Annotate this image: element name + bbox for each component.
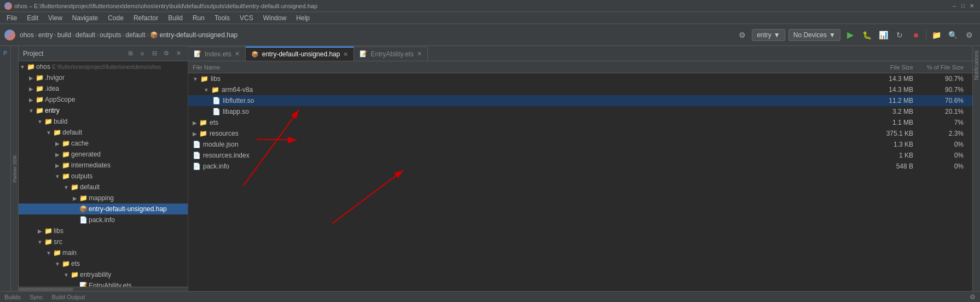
menu-refactor[interactable]: Refactor <box>129 13 163 23</box>
tree-item-entryability[interactable]: ▼ 📁 entryability <box>19 269 188 280</box>
file-row-libapp[interactable]: 📄 libapp.so 3.2 MB 20.1% <box>188 106 972 117</box>
file-row-resources-index-name: 📄 resources.index <box>193 152 859 159</box>
breadcrumb-default[interactable]: default <box>76 31 95 39</box>
tree-item-entry[interactable]: ▼ 📁 entry <box>19 105 188 116</box>
tree-scrollbar[interactable] <box>19 287 188 291</box>
tree-item-src[interactable]: ▼ 📁 src <box>19 236 188 247</box>
tree-item-build-default[interactable]: ▼ 📁 default <box>19 127 188 138</box>
menu-vcs[interactable]: VCS <box>235 13 258 23</box>
panel-close-button[interactable]: ✕ <box>173 49 183 59</box>
no-devices-dropdown[interactable]: No Devices ▼ <box>788 29 840 41</box>
file-row-module-json[interactable]: 📄 module.json 1.3 KB 0% <box>188 139 972 150</box>
tab-entryability[interactable]: 📝 EntryAbility.ets ✕ <box>354 47 427 61</box>
tree-item-cache[interactable]: ▶ 📁 cache <box>19 138 188 149</box>
partner-sdk-sidebar: Partner SDK <box>11 46 19 291</box>
file-row-pack-info[interactable]: 📄 pack.info 548 B 0% <box>188 161 972 172</box>
menu-edit[interactable]: Edit <box>22 13 43 23</box>
menu-code[interactable]: Code <box>103 13 128 23</box>
panel-settings-button[interactable]: ⚙ <box>161 49 171 59</box>
tree-item-mapping[interactable]: ▶ 📁 mapping <box>19 193 188 204</box>
entry-dropdown[interactable]: entry ▼ <box>752 29 785 41</box>
more-button[interactable]: ⚙ <box>962 28 976 42</box>
bottom-builds[interactable]: Builds <box>4 294 21 300</box>
close-button[interactable]: ✕ <box>968 2 976 10</box>
bottom-settings-icon[interactable]: ⚙ <box>970 293 976 301</box>
breadcrumb-file[interactable]: 📦entry-default-unsigned.hap <box>150 31 238 39</box>
tree-label-intermediates: intermediates <box>71 161 111 169</box>
panel-sort-button[interactable]: ≡ <box>137 49 147 59</box>
file-row-ets-percent: 7% <box>913 119 968 126</box>
restore-button[interactable]: □ <box>959 2 967 10</box>
search-button[interactable]: 🔍 <box>946 28 959 42</box>
sidebar-tab-project[interactable]: P <box>1 48 10 58</box>
tab-index-ets[interactable]: 📝 Index.ets ✕ <box>188 47 246 61</box>
tree-item-libs[interactable]: ▶ 📁 libs <box>19 225 188 236</box>
breadcrumb-outputs[interactable]: outputs <box>100 31 121 39</box>
tree-item-build[interactable]: ▼ 📁 build <box>19 116 188 127</box>
file-row-resources-index[interactable]: 📄 resources.index 1 KB 0% <box>188 150 972 161</box>
file-row-libs[interactable]: ▼ 📁 libs 14.3 MB 90.7% <box>188 73 972 84</box>
settings-icon[interactable]: ⚙ <box>735 28 749 42</box>
debug-button[interactable]: 🐛 <box>860 28 873 42</box>
panel-scope-button[interactable]: ⊞ <box>125 49 135 59</box>
menu-build[interactable]: Build <box>164 13 187 23</box>
tree-item-packinfo[interactable]: 📄 pack.info <box>19 214 188 225</box>
file-row-resources-index-percent: 0% <box>913 152 968 159</box>
tab-hap[interactable]: 📦 entry-default-unsigned.hap ✕ <box>246 47 355 61</box>
tree-label-appscope: AppScope <box>45 96 75 103</box>
menu-navigate[interactable]: Navigate <box>68 13 102 23</box>
tab-index-ets-close[interactable]: ✕ <box>235 50 240 57</box>
tab-hap-icon: 📦 <box>251 51 259 58</box>
run-button[interactable]: ▶ <box>844 28 857 42</box>
file-row-libflutter-size: 11.2 MB <box>859 97 913 104</box>
tab-hap-close[interactable]: ✕ <box>343 51 348 58</box>
file-row-libflutter-name: 📄 libflutter.so <box>193 97 859 104</box>
menu-help[interactable]: Help <box>292 13 314 23</box>
stop-button[interactable]: ■ <box>909 28 923 42</box>
menu-file[interactable]: File <box>2 13 21 23</box>
tree-item-intermediates[interactable]: ▶ 📁 intermediates <box>19 160 188 171</box>
title-bar: ohos – E:\fluttertonextproject\flutterto… <box>0 0 980 12</box>
tab-entryability-icon: 📝 <box>359 50 367 57</box>
tree-item-outputs[interactable]: ▼ 📁 outputs <box>19 171 188 182</box>
file-row-libflutter[interactable]: 📄 libflutter.so 11.2 MB 70.6% <box>188 95 972 106</box>
menu-tools[interactable]: Tools <box>210 13 234 23</box>
reload-button[interactable]: ↻ <box>893 28 906 42</box>
profile-button[interactable]: 📊 <box>877 28 890 42</box>
tree-item-ohos[interactable]: ▼ 📁 ohos E:\fluttertonextproject\flutter… <box>19 61 188 72</box>
tree-item-hap[interactable]: 📦 entry-default-unsigned.hap <box>19 204 188 214</box>
breadcrumb-default2[interactable]: default <box>125 31 145 39</box>
folder-icon-build: 📁 <box>44 118 53 125</box>
bottom-sync[interactable]: Sync <box>30 294 43 300</box>
file-row-resources[interactable]: ▶ 📁 resources 375.1 KB 2.3% <box>188 128 972 139</box>
project-panel-header: Project ⊞ ≡ ⊟ ⚙ ✕ <box>19 46 188 61</box>
breadcrumb-entry[interactable]: entry <box>38 31 53 39</box>
tree-item-main[interactable]: ▼ 📁 main <box>19 247 188 258</box>
arm64-arrow-icon: ▼ <box>204 87 209 93</box>
tab-hap-label: entry-default-unsigned.hap <box>262 50 340 58</box>
breadcrumb-ohos[interactable]: ohos <box>20 31 34 39</box>
tree-item-idea[interactable]: ▶ 📁 .idea <box>19 83 188 94</box>
file-row-arm64[interactable]: ▼ 📁 arm64-v8a 14.3 MB 90.7% <box>188 84 972 95</box>
file-row-arm64-size: 14.3 MB <box>859 86 913 94</box>
panel-collapse-button[interactable]: ⊟ <box>149 49 159 59</box>
menu-view[interactable]: View <box>44 13 67 23</box>
ets-folder-icon: 📁 <box>199 119 207 126</box>
folder-button[interactable]: 📁 <box>930 28 943 42</box>
tree-item-outputs-default[interactable]: ▼ 📁 default <box>19 182 188 193</box>
tab-entryability-close[interactable]: ✕ <box>417 50 422 57</box>
tree-item-hvigor[interactable]: ▶ 📁 .hvigor <box>19 72 188 83</box>
menu-run[interactable]: Run <box>188 13 209 23</box>
notifications-label: Notifications <box>973 50 979 80</box>
bottom-build-output[interactable]: Build Output <box>51 294 85 300</box>
tree-item-generated[interactable]: ▶ 📁 generated <box>19 149 188 160</box>
tree-item-entryability-ets[interactable]: 📝 EntryAbility.ets <box>19 280 188 287</box>
minimize-button[interactable]: – <box>950 2 958 10</box>
tree-item-ets[interactable]: ▼ 📁 ets <box>19 258 188 269</box>
menu-window[interactable]: Window <box>259 13 291 23</box>
file-row-ets[interactable]: ▶ 📁 ets 1.1 MB 7% <box>188 117 972 128</box>
tree-item-appscope[interactable]: ▶ 📁 AppScope <box>19 94 188 105</box>
tree-arrow-src: ▼ <box>36 239 44 245</box>
breadcrumb-build[interactable]: build <box>57 31 71 39</box>
project-panel: Project ⊞ ≡ ⊟ ⚙ ✕ ▼ 📁 ohos E:\flutterton… <box>19 46 188 291</box>
